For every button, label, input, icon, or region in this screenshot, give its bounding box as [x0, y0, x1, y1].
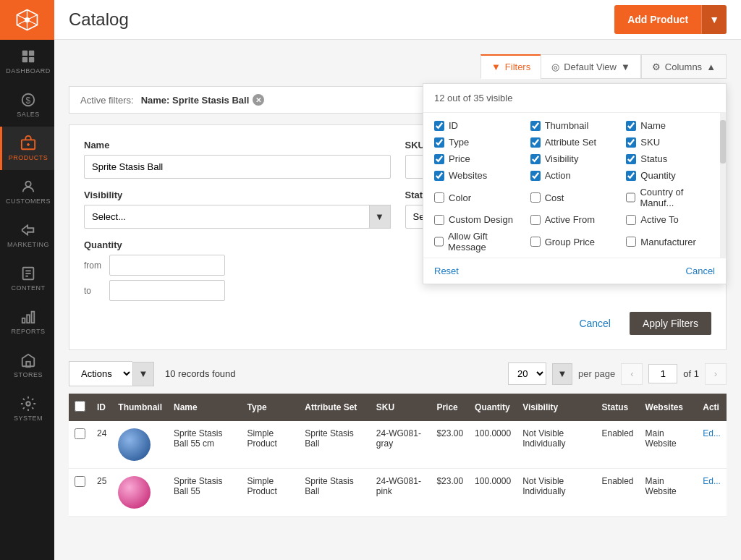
- column-checkbox[interactable]: [530, 137, 541, 148]
- column-checkbox[interactable]: [626, 192, 635, 203]
- pagination-prev-button[interactable]: ‹: [621, 363, 643, 385]
- column-checkbox[interactable]: [626, 154, 636, 164]
- cell-thumbnail: [112, 421, 168, 469]
- sidebar-item-reports[interactable]: Reports: [0, 300, 54, 344]
- filters-button[interactable]: ▼ Filters: [480, 54, 541, 79]
- sidebar-item-marketing[interactable]: Marketing: [0, 213, 54, 257]
- column-checkbox[interactable]: [434, 154, 444, 164]
- column-label: Manufacturer: [640, 237, 696, 247]
- page-of-total: of 1: [683, 368, 699, 379]
- filters-label: Filters: [505, 61, 530, 72]
- filter-name-input[interactable]: [84, 155, 391, 179]
- filter-visibility-select[interactable]: Select...: [84, 205, 391, 229]
- main-content: Catalog Add Product ▼ ▼ Filters ◎ Defaul…: [54, 0, 741, 560]
- default-view-button[interactable]: ◎ Default View ▼: [541, 54, 641, 79]
- add-product-dropdown-arrow[interactable]: ▼: [701, 5, 727, 34]
- column-label: Active To: [640, 214, 679, 225]
- column-checkbox[interactable]: [626, 237, 636, 247]
- active-filters-label: Active filters:: [80, 95, 134, 106]
- cell-name: Sprite Stasis Ball 55 cm: [168, 421, 242, 469]
- sidebar-item-content[interactable]: Content: [0, 257, 54, 300]
- column-label: Status: [640, 153, 667, 164]
- cell-quantity: 100.0000: [469, 469, 517, 517]
- product-thumbnail: [118, 476, 151, 509]
- column-checkbox[interactable]: [434, 171, 444, 181]
- sidebar-item-stores[interactable]: Stores: [0, 344, 54, 387]
- svg-rect-1: [22, 51, 27, 56]
- column-checkbox[interactable]: [530, 154, 541, 164]
- scrollbar-thumb[interactable]: [720, 120, 726, 164]
- filter-quantity-to-input[interactable]: [109, 280, 225, 301]
- column-checkbox[interactable]: [434, 192, 444, 203]
- column-label: Name: [640, 120, 666, 131]
- column-item: Group Price: [530, 231, 619, 253]
- cell-attribute-set: Sprite Stasis Ball: [299, 421, 370, 469]
- cell-type: Simple Product: [242, 469, 300, 517]
- table-header-id: ID: [91, 394, 112, 421]
- table-header-name: Name: [168, 394, 242, 421]
- table-header-websites: Websites: [640, 394, 698, 421]
- column-checkbox[interactable]: [434, 137, 444, 148]
- sidebar-item-products[interactable]: Products: [0, 127, 54, 170]
- row-checkbox[interactable]: [75, 476, 85, 487]
- records-bar: Actions ▼ 10 records found 20 ▼ per page…: [69, 361, 727, 386]
- actions-dropdown-arrow[interactable]: ▼: [132, 362, 154, 386]
- column-label: Quantity: [640, 170, 675, 181]
- column-item: Status: [626, 153, 715, 164]
- add-product-label: Add Product: [614, 5, 701, 34]
- columns-reset-button[interactable]: Reset: [434, 266, 459, 276]
- cell-sku: 24-WG081-gray: [370, 421, 431, 469]
- column-checkbox[interactable]: [434, 215, 444, 225]
- sidebar-item-dashboard[interactable]: Dashboard: [0, 40, 54, 83]
- column-item: Price: [434, 153, 523, 164]
- columns-button[interactable]: ⚙ Columns ▲: [641, 54, 727, 79]
- filter-cancel-button[interactable]: Cancel: [567, 312, 622, 335]
- sidebar-item-system[interactable]: System: [0, 387, 54, 430]
- sidebar-item-sales[interactable]: $ Sales: [0, 83, 54, 127]
- column-checkbox[interactable]: [626, 121, 636, 131]
- column-checkbox[interactable]: [626, 171, 636, 181]
- per-page-select[interactable]: 20: [508, 362, 546, 385]
- add-product-button[interactable]: Add Product ▼: [614, 5, 727, 34]
- svg-text:$: $: [25, 96, 30, 106]
- column-checkbox[interactable]: [626, 137, 636, 148]
- column-checkbox[interactable]: [530, 192, 541, 203]
- actions-select-wrap: Actions ▼ 10 records found: [69, 361, 236, 386]
- column-checkbox[interactable]: [626, 215, 636, 225]
- per-page-dropdown-arrow[interactable]: ▼: [552, 363, 572, 385]
- cell-action-link[interactable]: Ed...: [703, 476, 721, 486]
- page-number-input[interactable]: [648, 364, 677, 383]
- column-item: Action: [530, 170, 619, 181]
- page-header: Catalog Add Product ▼: [54, 0, 741, 40]
- row-checkbox[interactable]: [75, 428, 85, 439]
- filter-visibility-group: Visibility Select... ▼: [84, 190, 391, 229]
- filter-quantity-from-input[interactable]: [109, 255, 225, 276]
- filter-tag-remove-button[interactable]: ✕: [253, 94, 264, 106]
- column-checkbox[interactable]: [530, 237, 541, 247]
- cell-id: 24: [91, 421, 112, 469]
- pagination-next-button[interactable]: ›: [705, 363, 727, 385]
- column-checkbox[interactable]: [530, 215, 541, 225]
- columns-cancel-button[interactable]: Cancel: [686, 266, 715, 276]
- column-checkbox[interactable]: [434, 121, 444, 131]
- table-header-sku: SKU: [370, 394, 431, 421]
- svg-rect-18: [32, 312, 35, 323]
- column-checkbox[interactable]: [530, 121, 541, 131]
- sidebar-item-customers[interactable]: Customers: [0, 170, 54, 213]
- page-content: ▼ Filters ◎ Default View ▼ ⚙ Columns ▲ 1…: [54, 40, 741, 560]
- table-header-status: Status: [596, 394, 640, 421]
- column-checkbox[interactable]: [530, 171, 541, 181]
- filter-apply-button[interactable]: Apply Filters: [630, 312, 711, 335]
- cell-websites: Main Website: [640, 469, 698, 517]
- column-item: Manufacturer: [626, 231, 715, 253]
- cell-type: Simple Product: [242, 421, 300, 469]
- column-label: Cost: [545, 192, 564, 203]
- table-header-checkbox: [69, 394, 91, 421]
- cell-action-link[interactable]: Ed...: [703, 428, 721, 438]
- records-count: 10 records found: [165, 368, 236, 379]
- select-all-checkbox[interactable]: [75, 401, 85, 412]
- column-checkbox[interactable]: [434, 237, 444, 247]
- column-item: Color: [434, 187, 523, 208]
- actions-select[interactable]: Actions: [69, 361, 132, 386]
- table-header-type: Type: [242, 394, 300, 421]
